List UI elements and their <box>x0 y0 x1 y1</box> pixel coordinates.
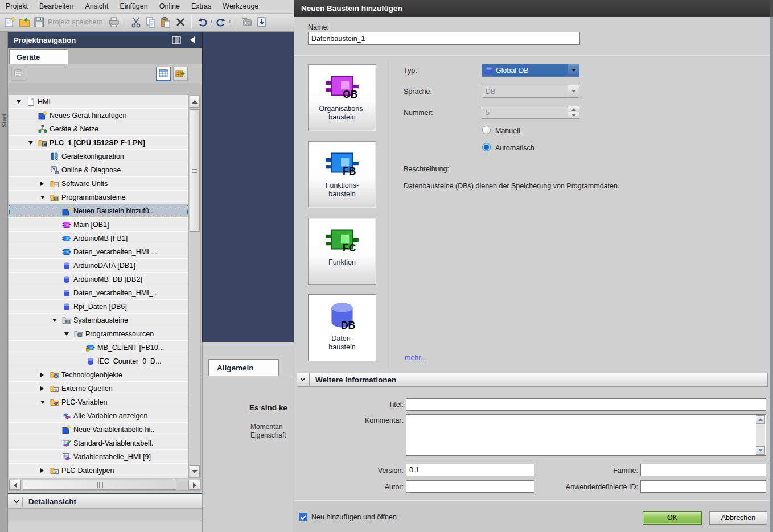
open-new-checkbox[interactable] <box>299 513 307 521</box>
radio-automatisch[interactable] <box>482 143 491 151</box>
menu-online[interactable]: Online <box>154 0 186 14</box>
expand-closed-icon[interactable] <box>40 373 44 377</box>
redo-icon[interactable] <box>215 16 227 28</box>
print-icon[interactable] <box>108 16 120 28</box>
block-type-ob-button[interactable]: OB Organisations-baustein <box>308 64 376 131</box>
save-icon[interactable] <box>33 16 46 28</box>
tree-item-daten-verarbeiten-hmi[interactable]: Daten_verarbeiten_HMI ... <box>9 245 188 259</box>
tree-item-daten-verarbeiten-hmi[interactable]: Daten_verarbeiten_HMI_.. <box>9 286 188 300</box>
typ-select[interactable]: Global-DB <box>482 64 579 77</box>
paste-icon[interactable] <box>159 16 172 28</box>
mehr-link[interactable]: mehr... <box>405 354 426 362</box>
tree-item-ger-tekonfiguration[interactable]: Gerätekonfiguration <box>9 150 188 163</box>
table-export-icon[interactable] <box>173 67 188 81</box>
scroll-up-icon[interactable] <box>190 96 200 108</box>
table-view-icon[interactable] <box>156 67 171 81</box>
tree-horizontal-scrollbar[interactable] <box>9 479 201 491</box>
tree-item-arduinodata-db1[interactable]: ArduinoDATA [DB1] <box>9 259 188 273</box>
menu-einfgen[interactable]: Einfügen <box>114 0 153 14</box>
menu-bearbeiten[interactable]: Bearbeiten <box>34 0 79 14</box>
tree-item-online-diagnose[interactable]: Online & Diagnose <box>9 163 188 177</box>
tree-item-main-ob1[interactable]: Main [OB1] <box>9 218 188 232</box>
menu-werkzeuge[interactable]: Werkzeuge <box>217 0 264 14</box>
tree-hscrollbar-thumb[interactable] <box>23 480 176 490</box>
expand-open-icon[interactable] <box>28 141 33 145</box>
tree-item-arduinomb-db-db2[interactable]: ArduinoMB_DB [DB2] <box>9 273 188 286</box>
device-view-icon[interactable] <box>256 16 268 28</box>
start-side-strip[interactable]: Start <box>0 32 7 532</box>
weitere-informationen-header[interactable]: Weitere Informationen <box>309 373 768 387</box>
save-project-label[interactable]: Projekt speichern <box>48 18 103 26</box>
expand-open-icon[interactable] <box>17 100 21 104</box>
expand-open-icon[interactable] <box>64 332 69 336</box>
scroll-left-icon[interactable] <box>9 480 21 490</box>
cut-icon[interactable] <box>130 16 142 28</box>
tab-allgemein[interactable]: Allgemein <box>208 359 279 376</box>
tree-item-neues-ger-t-hinzuf-gen[interactable]: Neues Gerät hinzufügen <box>9 109 188 122</box>
tree-item-plc-1-cpu-1512sp-f-1-pn[interactable]: PLC_1 [CPU 1512SP F-1 PN] <box>9 136 188 150</box>
tree-item-plc-datentypen[interactable]: PLC-Datentypen <box>9 464 188 477</box>
block-type-fb-button[interactable]: FB Funktions-baustein <box>308 141 376 208</box>
sort-list-icon[interactable] <box>11 67 26 81</box>
name-input[interactable] <box>308 32 580 45</box>
tree-item-alle-variablen-anzeigen[interactable]: Alle Variablen anzeigen <box>9 409 188 423</box>
tree-item-iec-counter-0-d[interactable]: IEC_Counter_0_D... <box>9 354 188 368</box>
tree-item-neuen-baustein-hinzuf[interactable]: Neuen Baustein hinzufü... <box>9 204 188 218</box>
block-type-db-button[interactable]: DB Daten-baustein <box>308 294 376 361</box>
block-type-fc-button[interactable]: FC Funktion <box>308 218 376 285</box>
tree-item-neue-variablentabelle-hi[interactable]: Neue Variablentabelle hi.. <box>9 423 188 436</box>
menu-ansicht[interactable]: Ansicht <box>79 0 114 14</box>
menu-extras[interactable]: Extras <box>186 0 217 14</box>
tree-item-programmbausteine[interactable]: Programmbausteine <box>9 191 188 204</box>
tab-geraete[interactable]: Geräte <box>9 49 68 64</box>
expand-open-icon[interactable] <box>40 401 45 404</box>
expand-closed-icon[interactable] <box>40 182 44 186</box>
tree-item-variablentabelle-hmi-9[interactable]: Variablentabelle_HMI [9] <box>9 450 188 464</box>
dropdown-indicator[interactable]: ± <box>210 19 213 26</box>
open-project-icon[interactable] <box>18 16 31 28</box>
tree-scrollbar-thumb[interactable] <box>190 109 200 232</box>
expand-closed-icon[interactable] <box>40 468 44 473</box>
split-view-icon[interactable] <box>172 36 181 46</box>
tree-item-systembausteine[interactable]: Systembausteine <box>9 314 188 327</box>
delete-icon[interactable] <box>174 16 187 28</box>
tree-item-rpi-daten-db6[interactable]: Rpi_Daten [DB6] <box>9 300 188 314</box>
userid-input[interactable] <box>640 480 766 493</box>
undo-icon[interactable] <box>196 16 209 28</box>
familie-input[interactable] <box>640 464 766 476</box>
autor-input[interactable] <box>406 480 534 493</box>
copy-icon[interactable] <box>145 16 157 28</box>
dropdown-indicator[interactable]: ± <box>228 19 232 26</box>
tree-item-programmressourcen[interactable]: Programmressourcen <box>9 327 188 341</box>
version-input[interactable] <box>406 464 534 476</box>
radio-manuell[interactable] <box>482 126 491 134</box>
download-device-icon[interactable] <box>241 16 253 28</box>
tree-item-plc-variablen[interactable]: PLC-Variablen <box>9 395 188 409</box>
tree-item-externe-quellen[interactable]: 01Externe Quellen <box>9 382 188 395</box>
tree-item-ger-te-netze[interactable]: Geräte & Netze <box>9 122 188 136</box>
tree-item-hmi[interactable]: HMI <box>9 95 188 109</box>
ok-button[interactable]: OK <box>643 511 702 525</box>
collapse-panel-icon[interactable] <box>189 36 196 46</box>
menu-projekt[interactable]: Projekt <box>0 0 34 14</box>
expand-open-icon[interactable] <box>52 319 57 322</box>
cancel-button[interactable]: Abbrechen <box>709 511 767 525</box>
new-project-icon[interactable] <box>3 16 16 28</box>
dialog-title-bar[interactable]: Neuen Baustein hinzufügen <box>294 0 770 17</box>
textarea-scroll-down-icon[interactable] <box>756 446 765 455</box>
tree-item-arduinomb-fb1[interactable]: ArduinoMB [FB1] <box>9 232 188 245</box>
tree-vertical-scrollbar[interactable] <box>188 95 201 478</box>
kommentar-textarea[interactable] <box>406 414 766 456</box>
scroll-down-icon[interactable] <box>190 465 200 477</box>
expand-open-icon[interactable] <box>40 196 45 199</box>
typ-dropdown-icon[interactable] <box>568 64 579 76</box>
expand-closed-icon[interactable] <box>40 386 44 391</box>
section-collapse-icon[interactable] <box>297 373 309 387</box>
titel-input[interactable] <box>406 398 766 411</box>
textarea-scroll-up-icon[interactable] <box>756 415 765 424</box>
tree-item-standard-variablentabell[interactable]: Standard-Variablentabell. <box>9 436 188 450</box>
tree-item-mb-client-fb10[interactable]: MB_CLIENT [FB10... <box>9 341 188 354</box>
detail-view-header[interactable]: Detailansicht <box>8 493 202 509</box>
tree-item-software-units[interactable]: Software Units <box>9 177 188 191</box>
scroll-right-icon[interactable] <box>188 480 200 490</box>
